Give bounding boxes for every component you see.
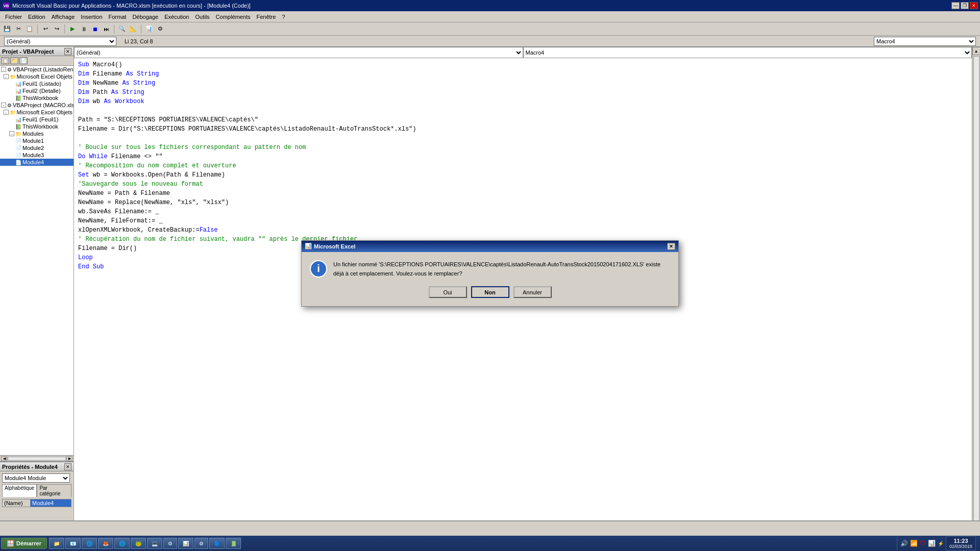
menu-item-outils[interactable]: Outils (192, 13, 212, 21)
tree-folder-1[interactable]: - 📁 Microsoft Excel Objets (0, 73, 74, 80)
tree-modules-folder[interactable]: - 📁 Modules (0, 130, 74, 137)
taskbar-item-ie[interactable]: 🌐 (82, 538, 97, 549)
menu-item-affichage[interactable]: Affichage (48, 13, 78, 21)
tree-label: Microsoft Excel Objets (17, 109, 72, 115)
taskbar-item-app2[interactable]: ⚙ (194, 538, 208, 549)
minimize-button[interactable]: — (951, 2, 960, 9)
toolbar-props[interactable]: ⚙ (155, 24, 165, 34)
tree-module-1[interactable]: 📄 Module1 (0, 137, 74, 144)
toolbar-undo[interactable]: ↩ (40, 24, 51, 34)
toolbar-run[interactable]: ▶ (67, 24, 78, 34)
code-line: wb.SaveAs Filename:= _ (78, 207, 968, 216)
menu-item-dbogage[interactable]: Débogage (129, 13, 161, 21)
code-procedure-combo[interactable]: Macro4 (523, 47, 972, 58)
tree-workbook-1[interactable]: 📗 ThisWorkbook (0, 94, 74, 102)
menu-item-[interactable]: ? (279, 13, 288, 21)
props-tab-alpha[interactable]: Alphabétique (2, 484, 37, 497)
folder-icon-3: 📁 (15, 131, 21, 137)
menu-item-edition[interactable]: Edition (25, 13, 48, 21)
context-combo[interactable]: (Général) (4, 37, 116, 46)
proj-folder-btn[interactable]: 📁 (10, 57, 18, 64)
props-selector[interactable]: Module4 Module (2, 473, 70, 483)
toolbar-project[interactable]: 📊 (144, 24, 154, 34)
toolbar-save[interactable]: 💾 (2, 24, 12, 34)
tray-icon-5: ⚡ (938, 541, 944, 546)
taskbar-item-firefox[interactable]: 🦊 (98, 538, 113, 549)
dialog-non-button[interactable]: Non (471, 286, 509, 298)
taskbar-item-app3[interactable]: 🔵 (209, 538, 225, 549)
toolbar-step[interactable]: ⏭ (101, 24, 111, 34)
tree-project-2[interactable]: - ⚙ VBAProject (MACRO.xlsr... (0, 102, 74, 109)
tray-icon-1: 🔊 (900, 540, 908, 547)
restore-button[interactable]: ❐ (961, 2, 969, 9)
menu-item-excution[interactable]: Exécution (161, 13, 192, 21)
tree-sheet-1[interactable]: 📊 Feuil1 (Listado) (0, 80, 74, 87)
toolbar-redo[interactable]: ↪ (52, 24, 62, 34)
code-context-combo[interactable]: (Général) (74, 47, 523, 58)
start-label: Démarrer (16, 540, 41, 546)
tree-sheet-2[interactable]: 📊 Feuil2 (Detalle) (0, 87, 74, 94)
sheet-icon: 📊 (15, 81, 21, 87)
dialog-message: Un fichier nommé 'S:\RECEPTIONS PORTUAIR… (333, 260, 670, 278)
proj-module-btn[interactable]: 📄 (19, 57, 28, 64)
toolbar-find[interactable]: 🔍 (117, 24, 127, 34)
code-line: Set wb = Workbooks.Open(Path & Filename) (78, 170, 968, 180)
taskbar-item-dell[interactable]: 📊 (178, 538, 193, 549)
tree-module-3[interactable]: 📄 Module3 (0, 152, 74, 159)
props-panel-close[interactable]: ✕ (64, 463, 71, 470)
dialog-app-icon: 📊 (305, 243, 312, 249)
window-controls: — ❐ ✕ (951, 2, 978, 9)
toolbar-design[interactable]: 📐 (128, 24, 138, 34)
taskbar-item-excel[interactable]: 📗 (226, 538, 241, 549)
taskbar-item-outlook[interactable]: 📧 (65, 538, 81, 549)
module-icon-4: 📄 (15, 160, 21, 165)
tree-workbook-2[interactable]: 📗 ThisWorkbook (0, 123, 74, 130)
taskbar-item-chrome[interactable]: 🌐 (114, 538, 130, 549)
tree-label: ThisWorkbook (22, 123, 58, 130)
menu-item-complments[interactable]: Compléments (213, 13, 254, 21)
start-button[interactable]: 🪟 Démarrer (1, 538, 47, 549)
toolbar-stop[interactable]: ⏹ (90, 24, 100, 34)
project-panel-close[interactable]: ✕ (64, 48, 71, 55)
menu-item-insertion[interactable]: Insertion (78, 13, 105, 21)
taskbar-item-app1[interactable]: ⚙ (163, 538, 177, 549)
toolbar-pause[interactable]: ⏸ (79, 24, 89, 34)
close-button[interactable]: ✕ (970, 2, 978, 9)
tree-folder-2[interactable]: - 📁 Microsoft Excel Objets (0, 109, 74, 116)
vertical-scrollbar[interactable]: ▲ ▼ (972, 47, 980, 536)
toolbar-copy[interactable]: 📋 (24, 24, 35, 34)
tree-module-2[interactable]: 📄 Module2 (0, 144, 74, 152)
dialog-close-button[interactable]: ✕ (667, 243, 675, 250)
code-line: Dim wb As Workbook (78, 97, 968, 106)
module-icon-3: 📄 (15, 153, 21, 158)
scroll-right[interactable]: ▶ (66, 456, 72, 461)
proj-view-btn[interactable]: 📋 (1, 57, 9, 64)
toolbar-cut[interactable]: ✂ (13, 24, 23, 34)
tray-icon-2: 📶 (910, 540, 918, 547)
tree-sheet-3[interactable]: 📊 Feuil1 (Feuil1) (0, 116, 74, 123)
taskbar-tray: 🔊 📶 🛡 📊 ⚡ 11:23 02/03/2015 (897, 536, 979, 550)
dialog-annuler-button[interactable]: Annuler (513, 286, 552, 298)
clock-date: 02/03/2015 (949, 544, 972, 549)
tree-label: VBAProject (MACRO.xlsr... (13, 102, 74, 108)
dialog-oui-button[interactable]: Oui (429, 286, 467, 298)
scroll-left[interactable]: ◀ (1, 456, 7, 461)
project-icon-2: ⚙ (7, 103, 12, 108)
status-bar (0, 520, 980, 536)
scroll-up-btn[interactable]: ▲ (972, 47, 981, 55)
menu-item-fentre[interactable]: Fenêtre (253, 13, 279, 21)
taskbar-item-frog[interactable]: 🐸 (131, 538, 146, 549)
props-tab-cat[interactable]: Par catégorie (37, 484, 71, 497)
tree-label: ThisWorkbook (22, 95, 58, 101)
procedure-combo[interactable]: Macro4 (874, 37, 976, 46)
tree-label: Module3 (22, 152, 44, 158)
menu-item-format[interactable]: Format (106, 13, 130, 21)
tree-label: Feuil2 (Detalle) (22, 88, 61, 94)
tray-icon-3: 🛡 (920, 540, 926, 547)
tree-project-1[interactable]: - ⚙ VBAProject (ListadoRen... (0, 66, 74, 73)
taskbar-items: 📁 📧 🌐 🦊 🌐 🐸 💻 ⚙ 📊 ⚙ 🔵 📗 (47, 538, 897, 549)
taskbar-item-terminal[interactable]: 💻 (147, 538, 162, 549)
menu-item-fichier[interactable]: Fichier (2, 13, 25, 21)
taskbar-item-explorer[interactable]: 📁 (49, 538, 64, 549)
tree-module-4[interactable]: 📄 Module4 (0, 159, 74, 166)
